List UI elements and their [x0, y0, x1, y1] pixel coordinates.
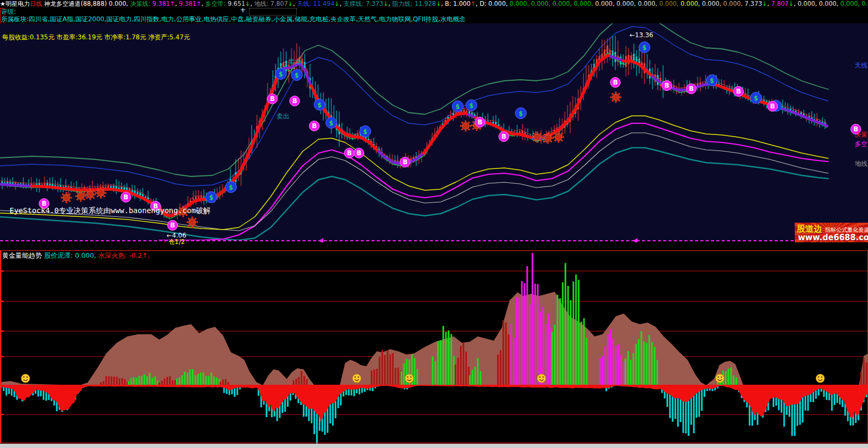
- svg-text:B: B: [292, 97, 297, 105]
- title-segment: ,: [441, 0, 445, 7]
- rating-row: 评级:: [1, 8, 16, 15]
- main-price-chart[interactable]: $$$$$$$$$$$$$$BBBBBBBBBBBBBBBBBB 每股收益:0.…: [0, 23, 868, 240]
- title-segment: 0.000,: [723, 0, 744, 7]
- title-segment: ↑: [470, 0, 476, 7]
- sell-signal-icon: $: [291, 70, 303, 81]
- subchart-header: 黄金量能趋势 股价泥潭: 0.000, 水深火热: -0.2↑,: [2, 251, 150, 260]
- panel-divider[interactable]: [0, 240, 868, 241]
- title-segment: ↓: [383, 0, 389, 7]
- magenta-band-line: [159, 123, 828, 240]
- title-segment: D: 0.000,: [479, 0, 510, 7]
- risk-sun-icon: [84, 189, 96, 200]
- app-window: ★明星电力日线 神龙多空通道(88,888) 0.000, 决策线: 9.381…: [0, 0, 868, 448]
- subchart-title: 黄金量能趋势: [2, 251, 42, 259]
- buy-signal-icon: B: [734, 87, 744, 97]
- buy-signal-icon: B: [499, 132, 509, 142]
- risk-sun-icon: [531, 131, 543, 143]
- title-segment: ★明星电力: [0, 0, 30, 7]
- title-segment: ,: [389, 0, 392, 7]
- buy-signal-icon: B: [400, 157, 410, 167]
- buy-signal-icon: B: [475, 117, 485, 128]
- title-segment: ↓: [436, 0, 441, 7]
- sky-line: [0, 23, 828, 176]
- title-segment: 9.381↑: [152, 0, 175, 7]
- title-segment: 神龙多空通道(88,888) 0.000,: [42, 0, 130, 7]
- svg-text:B: B: [312, 122, 316, 130]
- title-segment: 7.807: [771, 0, 788, 7]
- svg-text:B: B: [770, 103, 775, 110]
- buy-signal-icon: B: [345, 148, 355, 158]
- risk-sun-icon: [75, 190, 87, 202]
- svg-text:B: B: [664, 82, 669, 89]
- fundamentals-row: 每股收益:0.135元 市盈率:36.19元 市净率:1.78元 净资产:5.4…: [2, 33, 190, 42]
- svg-text:$: $: [295, 71, 299, 79]
- title-segment: ,: [340, 0, 343, 7]
- title-segment: 11.494: [313, 0, 334, 7]
- title-segment: 天线:: [297, 0, 313, 7]
- negative-envelope: [0, 385, 868, 422]
- smiley-signal-icon: [353, 374, 361, 383]
- svg-text:B: B: [270, 95, 274, 103]
- title-segment: 0.000,: [638, 0, 659, 7]
- svg-text:$: $: [456, 103, 460, 111]
- svg-text:B: B: [347, 149, 351, 157]
- svg-text:$: $: [329, 119, 333, 127]
- svg-text:$: $: [754, 94, 758, 102]
- svg-text:$: $: [317, 101, 322, 109]
- risk-sun-icon: [95, 187, 107, 199]
- buy-signal-icon: B: [662, 81, 672, 91]
- title-segment: ↓: [334, 0, 340, 7]
- smiley-signal-icon: [816, 374, 824, 383]
- status-title-bar: ★明星电力日线 神龙多空通道(88,888) 0.000, 决策线: 9.381…: [0, 0, 868, 7]
- crosshair-cursor-icon: +: [240, 6, 246, 14]
- buy-signal-icon: B: [851, 124, 861, 134]
- title-segment: ↓: [762, 0, 768, 7]
- title-segment: 7.373: [745, 0, 762, 7]
- title-segment: ↓: [288, 0, 293, 7]
- decision-line-red: [717, 86, 775, 107]
- horizontal-scrollbar[interactable]: [0, 444, 868, 448]
- volume-trend-subchart[interactable]: 黄金量能趋势 股价泥潭: 0.000, 水深火热: -0.2↑,: [0, 242, 868, 444]
- sell-signal-icon: $: [360, 126, 371, 137]
- title-segment: ,: [250, 0, 254, 7]
- sell-signal-icon: $: [639, 42, 650, 53]
- decision-line-red: [623, 61, 651, 75]
- smiley-signal-icon: [405, 374, 414, 383]
- gray-band-line: [0, 133, 828, 231]
- buy-signal-icon: B: [310, 121, 320, 131]
- sell-signal-icon: $: [515, 108, 527, 119]
- title-segment: 0.000,: [595, 0, 616, 7]
- title-segment: 多空带:: [205, 0, 228, 7]
- decision-line-red: [311, 86, 377, 150]
- sell-signal-icon: $: [206, 192, 217, 203]
- title-segment: 9.381↑: [179, 0, 202, 7]
- title-segment: 支撑线:: [343, 0, 366, 7]
- ad-url[interactable]: www.de6688.com: [798, 233, 868, 242]
- momentum-area: [0, 292, 868, 385]
- title-segment: ,: [202, 0, 205, 7]
- subchart-metric-2: 水深火热: -0.2↑,: [96, 251, 150, 259]
- risk-sun-icon: [542, 132, 554, 144]
- title-segment: 0.000,: [616, 0, 638, 7]
- ad-banner[interactable]: 股道边 指标公式量化资源 www.de6688.com: [795, 223, 868, 242]
- sell-signal-icon: $: [751, 92, 762, 104]
- title-segment: B: 1.000: [445, 0, 470, 7]
- ad-subtitle: 指标公式量化资源: [825, 226, 868, 233]
- svg-text:B: B: [402, 158, 407, 166]
- title-segment: 0.000,: [681, 0, 702, 7]
- buy-signal-icon: B: [268, 94, 278, 104]
- buy-signal-icon: B: [168, 221, 178, 231]
- title-segment: 阻力线:: [392, 0, 415, 7]
- title-segment: 0.000,: [659, 0, 681, 7]
- sell-signal-icon: $: [226, 182, 237, 193]
- sector-row: 所属板块:四川省,国证A指,国证2000,国证电力,四川指数,电力,公用事业,电…: [1, 15, 466, 23]
- title-segment: 0.000,: [552, 0, 573, 7]
- decision-line-red: [424, 113, 466, 153]
- risk-sun-icon: [610, 91, 622, 103]
- title-segment: 决策线:: [130, 0, 152, 7]
- buy-signal-icon: B: [611, 78, 621, 88]
- svg-text:B: B: [853, 125, 858, 133]
- subchart-canvas[interactable]: [0, 242, 868, 444]
- buy-signal-icon: B: [290, 96, 300, 106]
- title-segment: 0.000,: [531, 0, 552, 7]
